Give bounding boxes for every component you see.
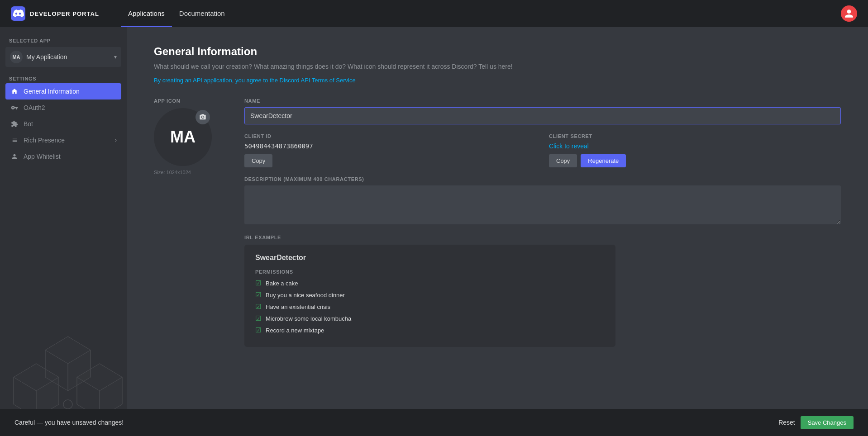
permission-text: Buy you a nice seafood dinner: [266, 292, 345, 299]
sidebar-item-general-information[interactable]: General Information: [5, 83, 121, 100]
page-subtitle: What should we call your creation? What …: [154, 62, 525, 71]
selected-app-avatar: MA: [10, 51, 23, 63]
puzzle-icon: [10, 119, 19, 128]
terms-link[interactable]: By creating an API application, you agre…: [154, 77, 841, 84]
app-icon-wrapper: MA: [154, 108, 212, 166]
list-item: ☑ Microbrew some local kombucha: [255, 314, 605, 322]
client-id-value: 504984434873860097: [244, 142, 536, 150]
description-textarea[interactable]: [244, 185, 841, 224]
app-icon-label: APP ICON: [154, 98, 180, 104]
topnav: DEVELOPER PORTAL Applications Documentat…: [0, 0, 868, 27]
reset-button[interactable]: Reset: [778, 419, 795, 426]
topnav-logo: DEVELOPER PORTAL: [11, 6, 99, 21]
permission-text: Have an existential crisis: [266, 303, 330, 310]
sidebar-item-bot[interactable]: Bot: [5, 116, 121, 132]
regenerate-button[interactable]: Regenerate: [581, 154, 626, 167]
selected-app-name: My Application: [26, 53, 110, 61]
form-group-description: DESCRIPTION (MAXIMUM 400 CHARACTERS): [244, 176, 841, 226]
selected-app-label: SELECTED APP: [5, 38, 121, 43]
checkbox-icon: ☑: [255, 326, 261, 334]
name-section: NAME CLIENT ID 504984434873860097 Copy C…: [244, 98, 841, 347]
client-id-actions: Copy: [244, 154, 536, 167]
list-item: ☑ Bake a cake: [255, 279, 605, 287]
bottom-bar: Careful — you have unsaved changes! Rese…: [0, 409, 868, 436]
list-item: ☑ Buy you a nice seafood dinner: [255, 291, 605, 299]
sidebar-item-app-whitelist[interactable]: App Whitelist: [5, 148, 121, 165]
copy-client-secret-button[interactable]: Copy: [549, 154, 577, 167]
client-secret-value[interactable]: Click to reveal: [549, 142, 841, 150]
checkbox-icon: ☑: [255, 314, 261, 322]
client-secret-label: CLIENT SECRET: [549, 133, 841, 139]
topnav-logo-text: DEVELOPER PORTAL: [30, 10, 99, 17]
list-item: ☑ Have an existential crisis: [255, 303, 605, 311]
bottom-bar-actions: Reset Save Changes: [778, 416, 854, 429]
client-id-label: CLIENT ID: [244, 133, 536, 139]
page-title: General Information: [154, 45, 841, 58]
svg-marker-2: [45, 336, 91, 364]
description-label: DESCRIPTION (MAXIMUM 400 CHARACTERS): [244, 176, 841, 182]
sidebar-item-label: App Whitelist: [24, 153, 117, 160]
tab-applications[interactable]: Applications: [121, 0, 172, 27]
person-icon: [10, 152, 19, 161]
sidebar-item-label: Bot: [24, 120, 117, 128]
settings-label: SETTINGS: [5, 76, 121, 81]
irl-app-name: SwearDetector: [255, 254, 605, 262]
save-changes-button[interactable]: Save Changes: [801, 416, 854, 429]
chevron-right-icon: ›: [115, 137, 117, 143]
tab-documentation[interactable]: Documentation: [172, 0, 232, 27]
sidebar-item-rich-presence[interactable]: Rich Presence ›: [5, 132, 121, 148]
name-input[interactable]: [244, 107, 841, 124]
home-icon: [10, 87, 19, 96]
form-group-name: NAME: [244, 98, 841, 124]
permission-text: Microbrew some local kombucha: [266, 315, 351, 322]
client-secret-actions: Copy Regenerate: [549, 154, 841, 167]
permission-text: Bake a cake: [266, 280, 298, 287]
main-layout: SELECTED APP MA My Application ▾ SETTING…: [0, 27, 868, 436]
irl-section: IRL EXAMPLE SwearDetector PERMISSIONS ☑ …: [244, 235, 841, 347]
irl-permissions-label: PERMISSIONS: [255, 269, 605, 275]
client-id-section: CLIENT ID 504984434873860097 Copy: [244, 133, 536, 167]
svg-marker-3: [45, 350, 68, 391]
copy-client-id-button[interactable]: Copy: [244, 154, 272, 167]
sidebar-item-oauth2[interactable]: OAuth2: [5, 100, 121, 116]
svg-marker-6: [14, 364, 59, 391]
client-info-row: CLIENT ID 504984434873860097 Copy CLIENT…: [244, 133, 841, 167]
permission-text: Record a new mixtape: [266, 327, 324, 334]
unsaved-changes-warning: Careful — you have unsaved changes!: [14, 419, 771, 426]
svg-marker-10: [77, 364, 122, 391]
svg-point-13: [63, 400, 72, 409]
checkbox-icon: ☑: [255, 303, 261, 311]
chevron-down-icon: ▾: [114, 54, 117, 60]
sidebar: SELECTED APP MA My Application ▾ SETTING…: [0, 27, 127, 436]
topnav-tabs: Applications Documentation: [121, 0, 232, 27]
checkbox-icon: ☑: [255, 279, 261, 287]
sidebar-item-label: General Information: [24, 88, 117, 95]
svg-marker-4: [68, 350, 91, 391]
content-area: General Information What should we call …: [127, 27, 868, 436]
sidebar-item-label: Rich Presence: [24, 137, 110, 144]
app-icon-section: APP ICON MA Size: 1024x1024: [154, 98, 226, 175]
list-icon: [10, 136, 19, 145]
sidebar-item-label: OAuth2: [24, 104, 117, 111]
avatar[interactable]: [841, 5, 857, 22]
svg-marker-1: [45, 336, 91, 391]
irl-box: SwearDetector PERMISSIONS ☑ Bake a cake …: [244, 245, 615, 347]
list-item: ☑ Record a new mixtape: [255, 326, 605, 334]
app-icon-size: Size: 1024x1024: [154, 170, 191, 175]
checkbox-icon: ☑: [255, 291, 261, 299]
name-label: NAME: [244, 98, 841, 104]
key-icon: [10, 103, 19, 112]
irl-label: IRL EXAMPLE: [244, 235, 841, 240]
client-secret-section: CLIENT SECRET Click to reveal Copy Regen…: [549, 133, 841, 167]
topnav-right: [841, 5, 857, 22]
form-row-top: APP ICON MA Size: 1024x1024 NAME: [154, 98, 841, 347]
selected-app-dropdown[interactable]: MA My Application ▾: [5, 47, 121, 67]
